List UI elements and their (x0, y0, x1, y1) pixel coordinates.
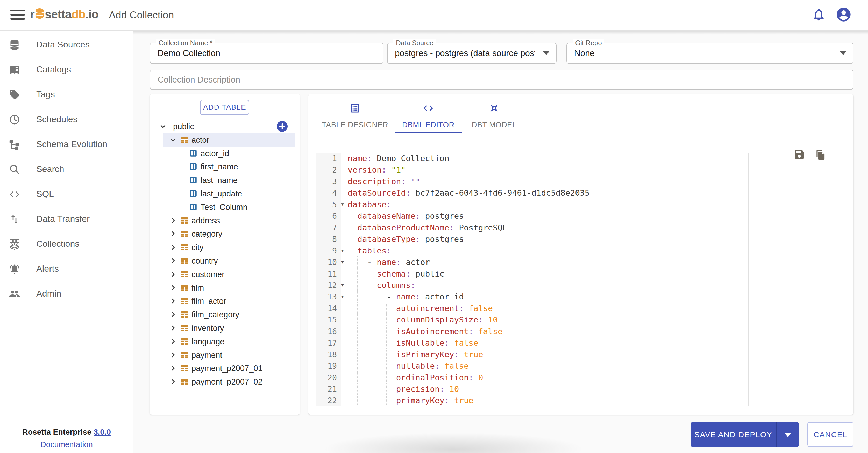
tree-column-first_name[interactable]: first_name (150, 160, 300, 173)
chevron-right-icon[interactable] (169, 351, 177, 359)
code-line[interactable]: 2version: "1" (316, 164, 748, 176)
code-line[interactable]: 17 isNullable: false (316, 337, 748, 349)
tab-dbt-model[interactable]: DBT MODEL (463, 102, 525, 133)
line-number: 14 (316, 303, 337, 314)
tree-column-actor_id[interactable]: actor_id (150, 147, 300, 160)
tree-node-film_category[interactable]: film_category (150, 308, 300, 321)
fold-arrow-icon[interactable]: ▾ (340, 279, 345, 291)
save-and-deploy-button[interactable]: SAVE AND DEPLOY (690, 422, 776, 447)
chevron-right-icon[interactable] (169, 297, 177, 305)
tree-node-language[interactable]: language (150, 335, 300, 348)
chevron-down-icon[interactable] (159, 122, 167, 130)
line-number: 7 (316, 222, 337, 233)
git-repo-select[interactable]: Git Repo None (566, 43, 854, 64)
chevron-right-icon[interactable] (169, 311, 177, 318)
fold-arrow-icon[interactable]: ▾ (340, 291, 345, 303)
table-designer-icon (349, 103, 361, 114)
chevron-right-icon[interactable] (169, 338, 177, 345)
chevron-right-icon[interactable] (169, 243, 177, 251)
sidebar-item-schema-evolution[interactable]: Schema Evolution (0, 132, 133, 157)
code-line[interactable]: 16 isAutoincrement: false (316, 325, 748, 337)
code-line[interactable]: 7 databaseProductName: PostgreSQL (316, 222, 748, 233)
tree-node-category[interactable]: category (150, 227, 300, 240)
tree-node-address[interactable]: address (150, 214, 300, 227)
fold-arrow-icon[interactable]: ▾ (340, 245, 345, 257)
save-options-dropdown[interactable] (776, 422, 799, 447)
sidebar-item-alerts[interactable]: Alerts (0, 257, 133, 282)
chevron-right-icon[interactable] (169, 217, 177, 224)
sidebar-item-schedules[interactable]: Schedules (0, 107, 133, 132)
notifications-bell-icon[interactable] (811, 7, 826, 22)
chevron-down-icon[interactable] (169, 136, 177, 144)
tree-column-last_name[interactable]: last_name (150, 173, 300, 187)
version-link[interactable]: 3.0.0 (94, 428, 111, 436)
sidebar-item-data-transfer[interactable]: Data Transfer (0, 207, 133, 232)
add-table-button[interactable]: ADD TABLE (200, 100, 249, 115)
tree-node-inventory[interactable]: inventory (150, 321, 300, 335)
menu-icon[interactable] (10, 10, 25, 21)
code-line[interactable]: 8 databaseType: postgres (316, 233, 748, 245)
code-line[interactable]: 22 primaryKey: true (316, 395, 748, 406)
chevron-right-icon[interactable] (169, 364, 177, 372)
tree-node-payment_p2007_01[interactable]: payment_p2007_01 (150, 361, 300, 375)
fold-arrow-icon[interactable]: ▾ (340, 256, 345, 268)
sidebar-item-catalogs[interactable]: Catalogs (0, 57, 133, 82)
logo[interactable]: rsettadb.io (30, 7, 98, 23)
code-line[interactable]: 12▾ columns: (316, 279, 748, 291)
save-file-icon[interactable] (794, 148, 805, 160)
tree-column-Test_Column[interactable]: Test_Column (150, 200, 300, 214)
code-line[interactable]: 13▾ - name: actor_id (316, 291, 748, 303)
collections-icon (9, 238, 20, 250)
collection-description-input[interactable] (158, 70, 846, 89)
code-line[interactable]: 14 autoincrement: false (316, 303, 748, 314)
code-line[interactable]: 6 databaseName: postgres (316, 210, 748, 222)
code-line[interactable]: 5▾database: (316, 199, 748, 210)
tree-node-film_actor[interactable]: film_actor (150, 294, 300, 308)
tree-node-actor[interactable]: actor (150, 133, 300, 147)
code-text: description: "" (348, 176, 420, 187)
code-line[interactable]: 1name: Demo Collection (316, 152, 748, 164)
code-line[interactable]: 9▾ tables: (316, 245, 748, 257)
code-line[interactable]: 11 schema: public (316, 268, 748, 280)
chevron-right-icon[interactable] (169, 270, 177, 278)
code-line[interactable]: 18 isPrimaryKey: true (316, 349, 748, 360)
tree-node-country[interactable]: country (150, 254, 300, 267)
tree-node-customer[interactable]: customer (150, 267, 300, 281)
tree-node-public[interactable]: public (150, 120, 300, 133)
code-line[interactable]: 20 ordinalPosition: 0 (316, 372, 748, 384)
tree-node-payment_p2007_02[interactable]: payment_p2007_02 (150, 375, 300, 388)
documentation-link[interactable]: Documentation (0, 440, 133, 449)
table-icon (180, 270, 189, 279)
fold-arrow-icon[interactable]: ▾ (340, 199, 345, 210)
logo-text-prefix: r (30, 7, 34, 21)
code-line[interactable]: 4dataSourceId: bc7f2aac-6043-4fd6-9461-d… (316, 187, 748, 199)
sidebar-item-collections[interactable]: Collections (0, 232, 133, 257)
tree-node-city[interactable]: city (150, 240, 300, 254)
sidebar-item-tags[interactable]: Tags (0, 82, 133, 107)
chevron-right-icon[interactable] (169, 230, 177, 238)
chevron-right-icon[interactable] (169, 378, 177, 386)
chevron-right-icon[interactable] (169, 257, 177, 265)
tab-dbml-editor[interactable]: DBML EDITOR (393, 102, 463, 133)
data-source-select[interactable]: Data Source postgres - postgres (data so… (387, 43, 557, 64)
sidebar-item-data-sources[interactable]: Data Sources (0, 32, 133, 57)
collection-name-input[interactable] (158, 43, 376, 63)
tree-column-last_update[interactable]: last_update (150, 187, 300, 200)
tree-node-payment[interactable]: payment (150, 348, 300, 362)
code-line[interactable]: 3description: "" (316, 176, 748, 187)
code-line[interactable]: 10▾ - name: actor (316, 256, 748, 268)
copy-icon[interactable] (815, 149, 827, 161)
cancel-button[interactable]: CANCEL (807, 422, 854, 447)
sidebar-item-sql[interactable]: SQL (0, 182, 133, 207)
user-avatar-icon[interactable] (835, 6, 852, 23)
code-line[interactable]: 21 precision: 10 (316, 383, 748, 395)
add-collection-page: rsettadb.io Add Collection Data SourcesC… (0, 0, 868, 453)
chevron-right-icon[interactable] (169, 324, 177, 332)
code-line[interactable]: 19 nullable: false (316, 360, 748, 372)
chevron-right-icon[interactable] (169, 284, 177, 292)
sidebar-item-admin[interactable]: Admin (0, 282, 133, 306)
tree-node-film[interactable]: film (150, 281, 300, 294)
tab-table-designer[interactable]: TABLE DESIGNER (317, 102, 393, 133)
sidebar-item-search[interactable]: Search (0, 157, 133, 182)
code-line[interactable]: 15 columnDisplaySize: 10 (316, 314, 748, 325)
